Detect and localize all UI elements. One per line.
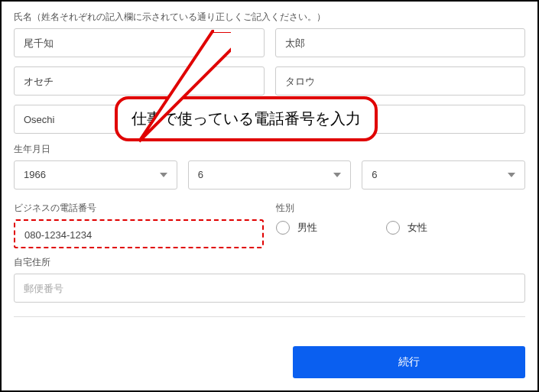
- first-name-kana-input[interactable]: タロウ: [275, 66, 526, 96]
- chevron-down-icon: [333, 173, 341, 177]
- chevron-down-icon: [508, 173, 515, 177]
- dob-month-select[interactable]: 6: [188, 160, 352, 190]
- dob-year-value: 1966: [24, 160, 46, 190]
- name-roman-row: Osechi: [14, 105, 525, 134]
- dob-year-select[interactable]: 1966: [14, 160, 177, 190]
- continue-button[interactable]: 続行: [293, 346, 525, 378]
- dob-day-select[interactable]: 6: [362, 160, 525, 190]
- divider: [14, 316, 525, 317]
- phone-gender-row: ビジネスの電話番号 080-1234-1234 性別 男性 女性: [14, 199, 525, 248]
- dob-month-value: 6: [198, 160, 203, 190]
- gender-label: 性別: [276, 202, 526, 215]
- gender-female-radio[interactable]: 女性: [386, 221, 427, 235]
- chevron-down-icon: [160, 173, 167, 177]
- dob-label: 生年月日: [14, 143, 525, 156]
- last-name-roman-input[interactable]: Osechi: [14, 105, 265, 134]
- business-phone-label: ビジネスの電話番号: [14, 202, 264, 215]
- last-name-kana-input[interactable]: オセチ: [14, 66, 265, 96]
- last-name-kanji-input[interactable]: 尾千知: [14, 28, 265, 57]
- dob-row: 1966 6 6: [14, 160, 525, 190]
- first-name-roman-input[interactable]: [275, 105, 526, 134]
- name-kana-row: オセチ タロウ: [14, 66, 525, 96]
- gender-male-label: 男性: [297, 221, 317, 235]
- radio-icon: [386, 221, 400, 235]
- name-section-label: 氏名（姓名それぞれの記入欄に示されている通り正しくご記入ください。）: [14, 11, 525, 24]
- home-address-label: 自宅住所: [14, 256, 525, 269]
- postal-code-input[interactable]: 郵便番号: [14, 274, 525, 303]
- gender-group: 男性 女性: [276, 221, 526, 235]
- gender-male-radio[interactable]: 男性: [276, 221, 317, 235]
- name-kanji-row: 尾千知 太郎: [14, 28, 525, 57]
- dob-day-value: 6: [372, 160, 377, 190]
- gender-female-label: 女性: [407, 221, 427, 235]
- first-name-kanji-input[interactable]: 太郎: [275, 28, 526, 57]
- form-frame: 氏名（姓名それぞれの記入欄に示されている通り正しくご記入ください。） 尾千知 太…: [0, 0, 539, 392]
- address-row: 郵便番号: [14, 274, 525, 303]
- radio-icon: [276, 221, 290, 235]
- business-phone-input[interactable]: 080-1234-1234: [14, 219, 264, 248]
